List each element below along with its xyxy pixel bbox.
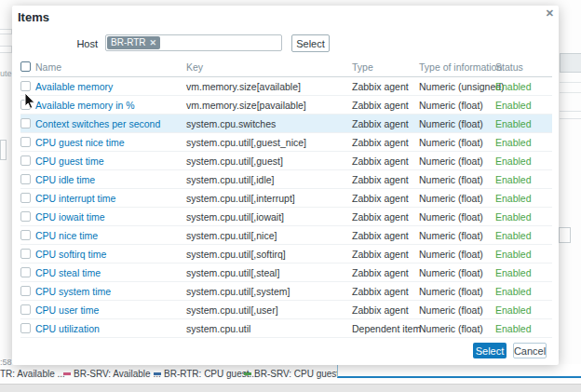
item-type-of-information: Numeric (float): [419, 100, 483, 112]
legend-item[interactable]: TR: Available ...: [0, 369, 65, 379]
row-checkbox[interactable]: [20, 174, 31, 184]
row-checkbox[interactable]: [20, 211, 31, 222]
row-checkbox[interactable]: [20, 137, 31, 147]
table-row: CPU guest time system.cpu.util[,guest] Z…: [20, 152, 552, 170]
item-status: Enabled: [495, 118, 532, 130]
table-row: CPU iowait time system.cpu.util[,iowait]…: [20, 208, 552, 226]
item-key: system.cpu.util[,steal]: [186, 267, 279, 279]
row-checkbox[interactable]: [20, 286, 31, 296]
item-status: Enabled: [495, 211, 532, 223]
item-key: system.cpu.util[,guest]: [186, 155, 283, 168]
item-type: Zabbix agent: [352, 174, 409, 186]
item-name-link[interactable]: CPU system time: [35, 286, 111, 298]
bg-box-fragment: [560, 111, 581, 119]
legend-label: BR-RTR: CPU guest...: [164, 369, 257, 379]
row-checkbox[interactable]: [20, 304, 31, 315]
table-row: Context switches per second system.cpu.s…: [20, 115, 552, 133]
item-type: Zabbix agent: [352, 304, 409, 317]
item-key: system.cpu.util[,idle]: [186, 174, 275, 186]
chip-remove-icon[interactable]: ✕: [150, 37, 157, 48]
row-checkbox[interactable]: [20, 267, 31, 277]
col-header-info: Type of information: [419, 61, 502, 74]
item-name-link[interactable]: CPU guest time: [35, 155, 104, 168]
bg-focused-field: [337, 364, 581, 378]
items-table-body: Available memory vm.memory.size[availabl…: [20, 77, 552, 338]
item-type: Dependent item: [352, 323, 421, 335]
item-status: Enabled: [495, 230, 532, 242]
host-select-button[interactable]: Select: [291, 34, 330, 52]
bg-line-fragment: [560, 82, 581, 83]
table-row: CPU nice time system.cpu.util[,nice] Zab…: [20, 226, 552, 245]
item-type: Zabbix agent: [352, 155, 409, 168]
host-label: Host: [49, 38, 98, 49]
item-name-link[interactable]: Available memory: [35, 81, 113, 93]
bg-field-fragment: [0, 29, 12, 34]
row-checkbox[interactable]: [20, 323, 31, 333]
item-name-link[interactable]: CPU guest nice time: [35, 137, 125, 149]
dialog-title: Items: [18, 10, 49, 24]
col-header-type: Type: [352, 61, 373, 74]
item-type-of-information: Numeric (float): [419, 304, 483, 317]
item-type-of-information: Numeric (float): [419, 267, 483, 279]
item-status: Enabled: [495, 81, 532, 93]
row-checkbox[interactable]: [20, 118, 31, 128]
item-type: Zabbix agent: [352, 81, 409, 93]
table-row: Available memory in % vm.memory.size[pav…: [20, 96, 552, 115]
item-name-link[interactable]: CPU idle time: [35, 174, 95, 186]
host-chip-label: BR-RTR: [111, 37, 146, 48]
legend-label: TR: Available ...: [0, 369, 65, 379]
table-row: Available memory vm.memory.size[availabl…: [20, 77, 552, 96]
item-type: Zabbix agent: [352, 230, 409, 242]
item-key: system.cpu.util[,system]: [186, 286, 290, 298]
legend-item[interactable]: BR-RTR: CPU guest...: [154, 369, 257, 379]
bg-button-fragment: [560, 53, 581, 73]
items-dialog: Items ✕ Host BR-RTR ✕ Select Name Key Ty…: [12, 6, 559, 365]
close-icon[interactable]: ✕: [546, 7, 554, 19]
row-checkbox[interactable]: [20, 100, 31, 110]
legend-label: BR-SRV: CPU guest...: [254, 369, 346, 379]
bg-line-fragment: [560, 92, 581, 93]
item-type: Zabbix agent: [352, 137, 409, 149]
row-checkbox[interactable]: [20, 81, 31, 91]
item-key: system.cpu.util[,interrupt]: [186, 193, 295, 205]
item-type-of-information: Numeric (float): [419, 137, 483, 149]
item-name-link[interactable]: CPU user time: [35, 304, 99, 317]
item-key: system.cpu.util: [186, 323, 250, 335]
row-checkbox[interactable]: [20, 193, 31, 203]
table-row: CPU utilization system.cpu.util Dependen…: [20, 319, 552, 338]
item-name-link[interactable]: CPU softirq time: [35, 249, 106, 261]
item-name-link[interactable]: CPU iowait time: [35, 211, 105, 223]
select-all-checkbox[interactable]: [20, 61, 31, 72]
bg-text-fragment: ute: [0, 69, 12, 78]
row-checkbox[interactable]: [20, 230, 31, 240]
legend-item[interactable]: BR-SRV: CPU guest...: [244, 369, 346, 379]
host-multiselect-input[interactable]: BR-RTR ✕: [105, 34, 282, 51]
item-key: system.cpu.util[,guest_nice]: [186, 137, 306, 149]
item-name-link[interactable]: CPU steal time: [35, 267, 101, 279]
item-status: Enabled: [495, 100, 532, 112]
select-button[interactable]: Select: [473, 343, 507, 358]
cancel-button[interactable]: Cancel: [513, 343, 547, 358]
item-name-link[interactable]: Context switches per second: [35, 118, 160, 130]
host-chip: BR-RTR ✕: [107, 36, 160, 49]
item-type: Zabbix agent: [352, 249, 409, 261]
item-status: Enabled: [495, 304, 532, 317]
item-name-link[interactable]: Available memory in %: [35, 100, 135, 112]
item-key: system.cpu.util[,nice]: [186, 230, 277, 242]
item-key: system.cpu.switches: [186, 118, 276, 130]
legend-color-dash: [63, 372, 71, 375]
legend-item[interactable]: BR-SRV: Available ...: [63, 369, 161, 379]
item-type-of-information: Numeric (float): [419, 286, 483, 298]
table-header-row: Name Key Type Type of information Status: [20, 58, 552, 77]
item-status: Enabled: [495, 267, 532, 279]
item-name-link[interactable]: CPU interrupt time: [35, 193, 115, 205]
item-name-link[interactable]: CPU nice time: [35, 230, 98, 242]
item-type-of-information: Numeric (float): [419, 249, 483, 261]
item-status: Enabled: [495, 155, 532, 168]
item-name-link[interactable]: CPU utilization: [35, 323, 100, 335]
legend-label: BR-SRV: Available ...: [74, 369, 161, 379]
table-row: CPU idle time system.cpu.util[,idle] Zab…: [20, 170, 552, 189]
row-checkbox[interactable]: [20, 249, 31, 259]
item-type: Zabbix agent: [352, 286, 409, 298]
row-checkbox[interactable]: [20, 155, 31, 166]
